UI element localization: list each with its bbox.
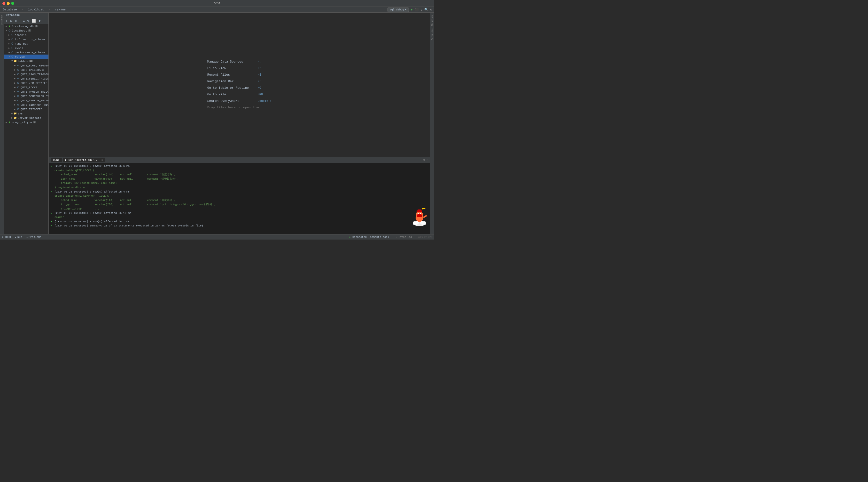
- output-text: sched_name varchar(120) not null comment…: [55, 198, 175, 203]
- event-log-button[interactable]: ⚠ Event Log: [396, 236, 412, 238]
- tree-node-sys[interactable]: ▶ 📁 sys: [4, 111, 49, 116]
- shortcut-label: Manage Data Sources: [207, 60, 256, 63]
- rerun-button[interactable]: ↻: [421, 8, 423, 12]
- tab-run-label[interactable]: Run:: [51, 158, 62, 162]
- tree-node-qrtz-paused[interactable]: ▶ ⊞ QRTZ_PAUSED_TRIGGER_GRPS: [4, 89, 49, 94]
- tab-close-icon[interactable]: ✕: [101, 159, 103, 162]
- stop-button[interactable]: ●: [22, 19, 26, 23]
- tree-node-performance-schema[interactable]: ▶ ⬡ performance_schema: [4, 50, 49, 55]
- main-layout: Database Database + ↻ ⇅ ↑ ● ✎ ⬜ ▼ ▶ ◉ lo…: [0, 12, 434, 234]
- edit-button[interactable]: ✎: [26, 19, 31, 23]
- tree-label: goadmin: [15, 33, 26, 37]
- tree-node-qrtz-locks[interactable]: ▶ ⊞ QRTZ_LOCKS: [4, 85, 49, 89]
- expand-icon: ▶: [8, 38, 11, 41]
- todo-tab[interactable]: ☑ TODO: [2, 235, 11, 238]
- table-icon: ⊞: [17, 86, 20, 89]
- sync-button[interactable]: ⇅: [14, 19, 18, 23]
- close-button[interactable]: [2, 2, 5, 5]
- bottom-status-bar: ☑ TODO ▶ Run ⚠ Problems ● Connected (mom…: [0, 234, 434, 239]
- refresh-button[interactable]: ↻: [9, 19, 13, 23]
- breadcrumb-sep-2: ›: [49, 8, 51, 11]
- tree-node-mongo-aliyun[interactable]: ▶ ◉ mongo_aliyun 3: [4, 120, 49, 124]
- todo-icon: ☑: [2, 235, 4, 238]
- db-icon: ⬡: [11, 51, 14, 54]
- shortcut-key: ⌘↑: [258, 80, 261, 83]
- tree-node-qrtz-cal[interactable]: ▶ ⊞ QRTZ_CALENDARS: [4, 68, 49, 72]
- output-text: lock_name varchar(40) not null comment '…: [55, 177, 178, 181]
- tree-node-qrtz-blob[interactable]: ▶ ⊞ QRTZ_BLOB_TRIGGERS: [4, 63, 49, 68]
- tree-label: ry-vue: [15, 55, 25, 58]
- sql-debug-button[interactable]: sql debug ▼: [388, 7, 409, 12]
- output-line: trigger_group ...: [51, 207, 428, 211]
- output-text: [2024-05-26 16:08:03] Summary: 23 of 23 …: [55, 224, 203, 228]
- output-line: commit: [51, 215, 428, 220]
- expand-icon: ▶: [8, 42, 11, 45]
- tree-label: mysql: [15, 47, 23, 50]
- minimize-panel-icon[interactable]: −: [427, 158, 428, 162]
- tab-run-quartz[interactable]: ▶ Run 'quartz.sql'... ✕: [63, 158, 105, 162]
- run-button[interactable]: ▶: [411, 7, 413, 12]
- shortcut-key: ⌘;: [258, 60, 261, 63]
- tree-node-qrtz-sched[interactable]: ▶ ⊞ QRTZ_SCHEDULER_STATE: [4, 94, 49, 98]
- expand-icon: ▶: [11, 112, 13, 115]
- output-line: ▶ [2024-05-26 16:08:03] 0 row(s) affecte…: [51, 190, 428, 194]
- output-text: create table QRTZ_LOCKS (: [55, 169, 94, 173]
- favorites-label[interactable]: Favorites: [431, 27, 434, 41]
- database-sidebar-label[interactable]: Database: [0, 13, 4, 26]
- tree-node-tables[interactable]: ▼ 📁 tables 11: [4, 59, 49, 63]
- tree-node-mysql[interactable]: ▶ ⬡ mysql: [4, 46, 49, 50]
- settings-button[interactable]: ⚙: [430, 8, 432, 12]
- shortcut-label: Search Everywhere: [207, 99, 256, 103]
- minimize-button[interactable]: [7, 2, 10, 5]
- table-icon: ⊞: [17, 77, 20, 80]
- tree-node-qrtz-fired[interactable]: ▶ ⊞ QRTZ_FIRED_TRIGGERS: [4, 76, 49, 81]
- database-tree: ▶ ◉ local-mongodb 2 ▼ ⬡ localhost 7 ▶ ⬡ …: [4, 24, 49, 234]
- shortcut-label: Navigation Bar: [207, 80, 256, 83]
- menu-ry-vue[interactable]: ry-vue: [54, 7, 67, 12]
- view-button[interactable]: ⬜: [31, 19, 37, 23]
- output-text: sched_name varchar(120) not null comment…: [55, 173, 175, 177]
- table-icon: ⊞: [17, 81, 20, 85]
- tree-node-ry-vue[interactable]: ▼ ⬡ ry-vue: [4, 55, 49, 59]
- output-line: create table QRTZ_SIMPROP_TRIGGERS (: [51, 194, 428, 198]
- tree-node-juhe-pay[interactable]: ▶ ⬡ juhe_pay: [4, 41, 49, 46]
- tree-label: Server Objects: [18, 116, 41, 119]
- tree-node-qrtz-triggers[interactable]: ▶ ⊞ QRTZ_TRIGGERS: [4, 107, 49, 111]
- tree-node-server-objects[interactable]: ▶ 📁 Server Objects: [4, 116, 49, 120]
- tree-node-qrtz-job[interactable]: ▶ ⊞ QRTZ_JOB_DETAILS: [4, 81, 49, 85]
- arrow-icon: ▶: [51, 224, 53, 228]
- output-text: commit: [55, 215, 64, 220]
- maximize-button[interactable]: [11, 2, 14, 5]
- stop-button[interactable]: ⬛: [414, 8, 418, 12]
- drop-hint: Drop files here to open them: [207, 106, 260, 109]
- tree-label: sys: [18, 112, 23, 115]
- tree-node-goadmin[interactable]: ▶ ⬡ goadmin: [4, 33, 49, 37]
- output-line: sched_name varchar(120) not null comment…: [51, 198, 428, 203]
- tree-node-information-schema[interactable]: ▶ ⬡ information_schema: [4, 37, 49, 41]
- settings-icon[interactable]: ⚙: [423, 158, 425, 162]
- window-controls[interactable]: [2, 2, 14, 5]
- tree-node-local-mongodb[interactable]: ▶ ◉ local-mongodb 2: [4, 24, 49, 28]
- db-icon: ⬡: [11, 46, 14, 50]
- structure-label[interactable]: Structure: [431, 13, 434, 27]
- search-button[interactable]: 🔍: [424, 8, 428, 12]
- expand-icon: ▶: [5, 121, 8, 124]
- tree-node-qrtz-simprop[interactable]: ▶ ⊞ QRTZ_SIMPROP_TRIGGERS: [4, 103, 49, 107]
- filter-button[interactable]: ▼: [37, 19, 42, 23]
- arrow-icon: ▶: [51, 220, 53, 224]
- shortcut-label: Go to File: [207, 93, 256, 96]
- tree-node-qrtz-simple[interactable]: ▶ ⊞ QRTZ_SIMPLE_TRIGGERS: [4, 98, 49, 103]
- problems-tab[interactable]: ⚠ Problems: [26, 235, 41, 238]
- up-button[interactable]: ↑: [19, 19, 22, 23]
- menu-database[interactable]: Database: [2, 7, 18, 12]
- expand-icon: ▶: [13, 68, 17, 71]
- menu-localhost[interactable]: localhost: [27, 7, 45, 12]
- output-line: sched_name varchar(120) not null comment…: [51, 173, 428, 177]
- output-line: ) engine=innodb com...: [51, 186, 428, 190]
- tree-node-localhost[interactable]: ▼ ⬡ localhost 7: [4, 28, 49, 33]
- table-icon: ⊞: [17, 94, 20, 98]
- tree-label: local-mongodb: [12, 25, 34, 28]
- tree-node-qrtz-cron[interactable]: ▶ ⊞ QRTZ_CRON_TRIGGERS: [4, 72, 49, 76]
- add-connection-button[interactable]: +: [5, 19, 8, 23]
- run-tab[interactable]: ▶ Run: [15, 235, 22, 238]
